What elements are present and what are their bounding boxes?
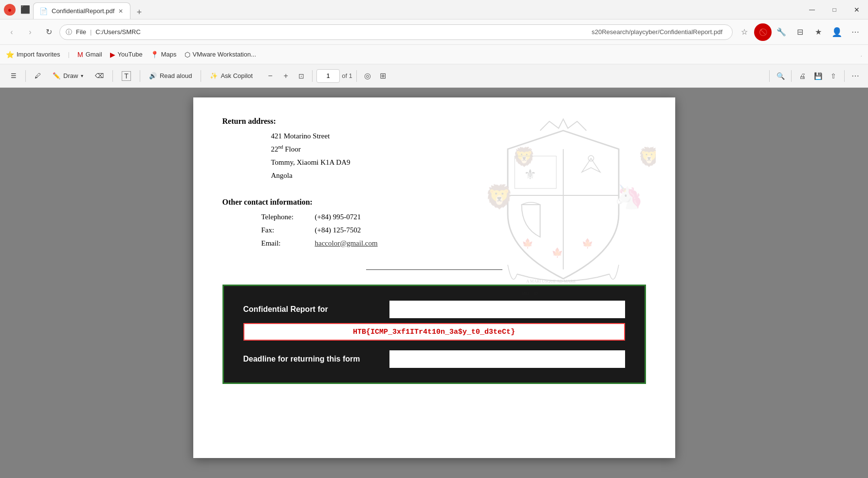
copilot-icon: ✨	[210, 72, 218, 79]
conf-deadline-label: Deadline for returning this form	[243, 355, 389, 363]
minimize-button[interactable]: —	[801, 0, 823, 19]
ask-copilot-button[interactable]: ✨ Ask Copilot	[205, 68, 258, 84]
svg-text:A MARI USQUE AD MARE: A MARI USQUE AD MARE	[526, 279, 576, 284]
pdf-right-tools: 🔍 🖨 💾 ⇧ ⋯	[767, 69, 862, 83]
svg-text:🍁: 🍁	[521, 238, 533, 249]
fav-import[interactable]: ⭐ Import favorites	[6, 51, 60, 58]
conf-report-input[interactable]	[389, 301, 625, 318]
maximize-button[interactable]: □	[823, 0, 846, 19]
collections-icon[interactable]: ★	[810, 23, 827, 41]
pdf-toolbar: ☰ 🖊 ✏️ Draw ▾ ⌫ T 🔊 Read aloud ✨ Ask Cop…	[0, 64, 868, 88]
favorites-star-icon[interactable]: ☆	[736, 23, 753, 41]
email-key: Email:	[261, 237, 305, 250]
conf-flag-text: HTB{ICMP_3xf1ITr4t10n_3a$y_t0_d3teCt}	[353, 328, 515, 336]
fav-maps[interactable]: 📍 Maps	[150, 51, 177, 58]
fav-gmail-label: Gmail	[86, 51, 102, 58]
pdf-menu-button[interactable]: ☰	[6, 68, 21, 84]
block-icon[interactable]: 🚫	[754, 23, 772, 41]
gmail-icon: M	[77, 51, 83, 58]
telephone-value: (+84) 995-0721	[315, 210, 361, 224]
forward-button[interactable]: ›	[22, 24, 38, 40]
address-details: 421 Motarino Street 22nd Floor Tommy, Xi…	[271, 130, 466, 182]
fav-maps-label: Maps	[161, 51, 177, 58]
maps-icon: 📍	[150, 51, 159, 58]
page-of-label: of 1	[342, 72, 352, 79]
favorites-bar: ⭐ Import favorites | M Gmail ▶ YouTube 📍…	[0, 45, 868, 64]
fav-gmail[interactable]: M Gmail	[77, 51, 102, 58]
fav-import-label: Import favorites	[17, 51, 60, 58]
draw-chevron: ▾	[81, 73, 83, 78]
svg-text:🍁: 🍁	[582, 238, 593, 249]
contact-section: Other contact information: Telephone: (+…	[222, 198, 466, 250]
svg-text:🦁: 🦁	[512, 146, 536, 168]
svg-text:MEL · IO: MEL · IO	[521, 291, 537, 296]
share-button[interactable]: ⇧	[827, 69, 840, 83]
close-button[interactable]: ✕	[846, 0, 868, 19]
zoom-out-button[interactable]: −	[263, 69, 277, 83]
conf-flag-box: HTB{ICMP_3xf1ITr4t10n_3a$y_t0_d3teCt}	[243, 323, 625, 341]
address-line-3: Tommy, Xiaomi K1A DA9	[271, 156, 466, 169]
refresh-button[interactable]: ↻	[41, 24, 56, 40]
conf-report-label: Confidential Report for	[243, 305, 389, 314]
panel-button[interactable]: ⊞	[376, 69, 390, 83]
more-tools-button[interactable]: ⋯	[849, 69, 862, 83]
draw-label: Draw	[63, 72, 78, 79]
ask-copilot-label: Ask Copilot	[221, 72, 253, 79]
address-line-4: Angola	[271, 169, 466, 182]
read-aloud-button[interactable]: 🔊 Read aloud	[144, 68, 197, 84]
email-value[interactable]: haccolor@gmail.com	[315, 237, 378, 250]
confidential-box: Confidential Report for HTB{ICMP_3xf1ITr…	[222, 285, 646, 384]
fit-page-button[interactable]: ⊡	[295, 69, 308, 83]
profile-icon[interactable]: 👤	[828, 23, 846, 41]
svg-text:🍁: 🍁	[552, 247, 563, 258]
active-tab[interactable]: 📄 ConfidentialReport.pdf ✕	[33, 2, 130, 19]
coat-of-arms: 🦁 🦁 ⚜ 🍁 🍁	[471, 112, 656, 297]
titlebar-left: ● ⬛	[0, 4, 31, 16]
zoom-area: − + ⊡ of 1 ◎ ⊞	[263, 69, 390, 83]
addr-22: 22	[271, 145, 278, 153]
pdf-sep-1	[25, 70, 26, 82]
telephone-key: Telephone:	[261, 210, 305, 224]
contact-fax-row: Fax: (+84) 125-7502	[261, 224, 466, 237]
new-tab-button[interactable]: +	[132, 5, 146, 19]
address-line-2: 22nd Floor	[271, 143, 466, 156]
svg-text:🦁: 🦁	[484, 183, 514, 210]
addr-path: C:/Users/SMRC	[95, 28, 140, 36]
pdf-text-button[interactable]: T	[117, 68, 136, 84]
split-screen-icon[interactable]: ⊟	[791, 23, 809, 41]
svg-text:⚜: ⚜	[524, 167, 536, 182]
conf-deadline-input[interactable]	[389, 350, 625, 368]
addr-info-icon: ⓘ	[66, 28, 72, 37]
page-number-input[interactable]	[316, 69, 340, 83]
fav-youtube[interactable]: ▶ YouTube	[110, 51, 143, 58]
pdf-sep-9	[844, 70, 845, 82]
settings-icon[interactable]: ⋯	[847, 23, 864, 41]
zoom-in-button[interactable]: +	[279, 69, 293, 83]
back-button[interactable]: ‹	[4, 24, 19, 40]
extensions-icon[interactable]: 🔧	[773, 23, 790, 41]
addr-separator: |	[90, 28, 92, 36]
contact-details: Telephone: (+84) 995-0721 Fax: (+84) 125…	[261, 210, 466, 250]
fax-key: Fax:	[261, 224, 305, 237]
print-button[interactable]: 🖨	[795, 69, 809, 83]
pdf-highlight-button[interactable]: 🖊	[30, 68, 46, 84]
addr-prefix: File	[76, 28, 86, 36]
fax-value: (+84) 125-7502	[315, 224, 361, 237]
view-mode-button[interactable]: ◎	[361, 69, 374, 83]
address-bar-input[interactable]: ⓘ File | C:/Users/SMRC s20Research/playc…	[59, 24, 733, 40]
save-button[interactable]: 💾	[811, 69, 825, 83]
addr-nd: nd	[278, 144, 283, 150]
fav-vmware[interactable]: ⬡ VMware Workstation...	[185, 51, 257, 58]
titlebar-right: — □ ✕	[801, 0, 868, 19]
draw-icon: ✏️	[53, 72, 60, 79]
text-icon: T	[122, 71, 131, 81]
tab-close-button[interactable]: ✕	[118, 8, 123, 15]
search-button[interactable]: 🔍	[774, 69, 787, 83]
fav-sep-1: |	[68, 51, 70, 58]
contact-email-row: Email: haccolor@gmail.com	[261, 237, 466, 250]
pdf-eraser-button[interactable]: ⌫	[90, 68, 109, 84]
pdf-sep-6	[356, 70, 357, 82]
pdf-sep-4	[201, 70, 201, 82]
addr-floor: Floor	[283, 145, 301, 153]
pdf-draw-button[interactable]: ✏️ Draw ▾	[48, 68, 88, 84]
